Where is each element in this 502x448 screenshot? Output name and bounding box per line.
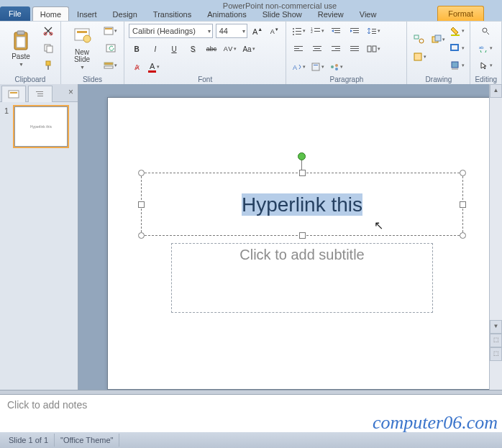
justify-button[interactable] [347,41,362,57]
align-right-button[interactable] [328,41,344,57]
resize-handle-w[interactable] [138,201,145,208]
title-text-value: Hyperlink this [242,193,362,216]
cut-button[interactable] [40,23,56,39]
bold-button[interactable]: B [129,41,145,57]
svg-rect-36 [294,46,303,47]
layout-button[interactable]: ▾ [101,23,119,39]
quick-styles-button[interactable]: ▾ [411,49,427,65]
svg-text:2: 2 [311,29,313,34]
subtitle-placeholder-text: Click to add subtitle [172,244,432,266]
close-panel-button[interactable]: × [64,84,78,101]
arrange-button[interactable]: ▾ [430,32,446,47]
select-button[interactable]: ▾ [475,58,497,73]
find-button[interactable] [475,23,497,39]
resize-handle-ne[interactable] [460,170,466,176]
layout-icon [104,27,114,35]
resize-handle-se[interactable] [460,232,466,239]
prev-slide-button[interactable]: ⬚ [490,334,502,347]
tab-format-contextual[interactable]: Format [437,6,484,21]
grow-font-button[interactable]: A▲ [250,23,265,39]
replace-button[interactable]: ab▾ [475,40,497,56]
italic-button[interactable]: I [147,41,163,57]
svg-rect-62 [451,45,458,50]
svg-text:ab: ab [479,45,484,50]
status-theme[interactable]: "Office Theme" [55,434,119,447]
slides-tab[interactable] [1,86,26,102]
shapes-gallery[interactable] [411,32,427,47]
svg-point-53 [331,65,334,68]
svg-rect-28 [334,30,340,31]
title-selection-box[interactable]: Hyperlink this [141,173,463,236]
svg-rect-64 [452,68,458,70]
bullets-button[interactable]: ▾ [291,23,306,39]
slide-thumbnail[interactable]: 1 Hyperlink this [4,106,73,147]
smartart-button[interactable]: ▾ [328,59,344,75]
align-left-button[interactable] [291,41,306,57]
svg-rect-37 [294,48,299,49]
next-slide-button[interactable]: ⬚ [490,347,502,361]
tab-insert[interactable]: Insert [69,6,105,21]
tab-design[interactable]: Design [105,6,145,21]
columns-button[interactable]: ▾ [365,41,381,57]
group-editing: ab▾ ▾ Editing [470,22,502,85]
increase-indent-button[interactable] [347,23,362,39]
numbering-button[interactable]: 12▾ [309,23,325,39]
svg-rect-34 [372,31,376,32]
svg-rect-10 [77,31,87,33]
section-button[interactable]: ▾ [101,58,119,73]
new-slide-button[interactable]: New Slide ▼ [65,25,99,72]
resize-handle-n[interactable] [299,170,306,176]
tab-home[interactable]: Home [32,6,69,21]
text-direction-button[interactable]: A▾ [291,59,306,75]
font-name-combo[interactable]: Calibri (Headings) [129,24,213,38]
svg-rect-6 [47,46,53,52]
strikethrough-button[interactable]: abc [204,41,219,57]
font-color-button[interactable]: A▾ [147,59,160,75]
thumbnail-preview: Hyperlink this [14,106,68,147]
decrease-indent-button[interactable] [328,23,344,39]
outline-tab-icon [35,90,46,99]
change-case-button[interactable]: Aa▾ [241,41,257,57]
resize-handle-sw[interactable] [138,232,145,239]
svg-rect-1 [17,31,24,35]
slide[interactable]: Hyperlink this ↖ Click to add subtitle [107,97,497,390]
outline-tab[interactable] [28,86,53,102]
svg-rect-51 [312,63,319,70]
shape-effects-button[interactable]: ▾ [449,58,465,73]
resize-handle-nw[interactable] [138,170,145,176]
clear-formatting-button[interactable]: A̷ [129,59,145,75]
notes-splitter[interactable] [0,390,502,395]
clear-format-icon: A̷ [134,63,140,71]
svg-rect-61 [451,35,460,36]
scroll-down-button[interactable]: ▼ [490,320,502,334]
reset-button[interactable] [101,40,119,56]
svg-rect-27 [332,28,340,29]
shadow-button[interactable]: S [185,41,201,57]
scroll-up-button[interactable]: ▲ [490,84,502,98]
shrink-font-button[interactable]: A▼ [268,23,282,39]
svg-rect-45 [350,46,359,47]
line-spacing-button[interactable]: ▾ [365,23,381,39]
resize-handle-e[interactable] [460,201,466,208]
char-spacing-button[interactable]: AV▾ [222,41,238,57]
subtitle-placeholder[interactable]: Click to add subtitle [171,243,433,313]
copy-button[interactable] [40,40,56,56]
paste-button[interactable]: Paste ▼ [4,28,37,69]
svg-rect-29 [334,32,340,33]
shape-fill-button[interactable]: ▾ [449,23,465,39]
align-text-button[interactable]: ▾ [309,59,325,75]
rotation-handle[interactable] [298,152,306,160]
font-size-combo[interactable]: 44 [216,24,248,38]
slide-canvas[interactable]: Hyperlink this ↖ Click to add subtitle ▲… [78,84,502,390]
resize-handle-s[interactable] [299,232,306,239]
shape-outline-button[interactable]: ▾ [449,40,465,56]
align-center-button[interactable] [309,41,325,57]
underline-button[interactable]: U [166,41,182,57]
svg-rect-48 [368,46,371,52]
file-tab[interactable]: File [0,6,30,21]
svg-rect-49 [373,46,376,52]
title-text[interactable]: Hyperlink this [142,173,462,222]
vertical-scrollbar[interactable]: ▲ ▼ ⬚ ⬚ [489,84,502,390]
format-painter-button[interactable] [40,58,56,73]
notes-pane[interactable]: Click to add notes [0,395,502,432]
